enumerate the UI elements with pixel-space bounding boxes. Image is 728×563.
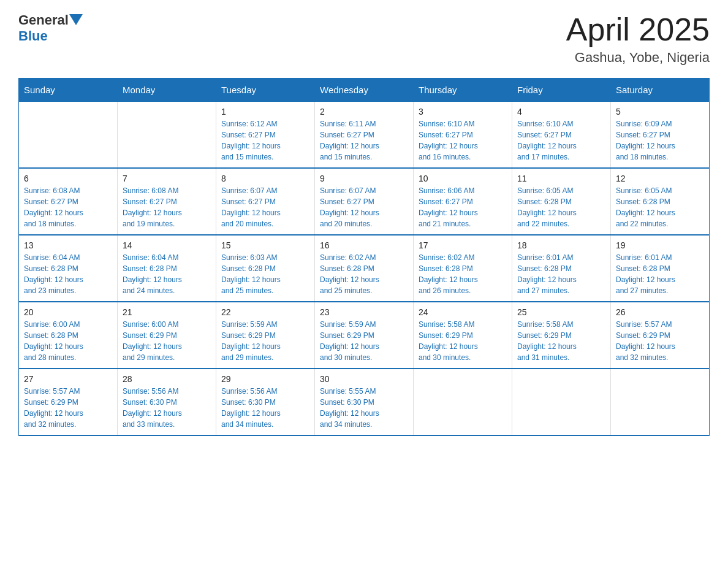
table-cell: 21Sunrise: 6:00 AM Sunset: 6:29 PM Dayli…: [118, 302, 216, 369]
page-header: General Blue April 2025 Gashua, Yobe, Ni…: [18, 12, 710, 66]
col-sunday: Sunday: [19, 79, 118, 102]
day-info: Sunrise: 6:02 AM Sunset: 6:28 PM Dayligh…: [320, 252, 408, 296]
col-friday: Friday: [512, 79, 611, 102]
day-number: 9: [320, 174, 408, 183]
day-number: 28: [123, 374, 211, 384]
table-cell: 13Sunrise: 6:04 AM Sunset: 6:28 PM Dayli…: [19, 235, 118, 302]
table-cell: 23Sunrise: 5:59 AM Sunset: 6:29 PM Dayli…: [315, 302, 414, 369]
day-info: Sunrise: 6:05 AM Sunset: 6:28 PM Dayligh…: [517, 185, 605, 229]
table-cell: 15Sunrise: 6:03 AM Sunset: 6:28 PM Dayli…: [216, 235, 315, 302]
day-info: Sunrise: 6:11 AM Sunset: 6:27 PM Dayligh…: [320, 118, 408, 163]
day-number: 8: [221, 174, 309, 183]
day-number: 24: [419, 307, 507, 317]
calendar-header-row: Sunday Monday Tuesday Wednesday Thursday…: [19, 79, 710, 102]
day-info: Sunrise: 6:00 AM Sunset: 6:28 PM Dayligh…: [24, 319, 112, 363]
col-monday: Monday: [118, 79, 216, 102]
day-number: 12: [616, 174, 704, 183]
table-cell: 10Sunrise: 6:06 AM Sunset: 6:27 PM Dayli…: [414, 168, 512, 235]
day-number: 11: [517, 174, 605, 183]
day-info: Sunrise: 6:10 AM Sunset: 6:27 PM Dayligh…: [419, 118, 507, 163]
col-saturday: Saturday: [611, 79, 710, 102]
day-info: Sunrise: 5:56 AM Sunset: 6:30 PM Dayligh…: [221, 386, 309, 430]
day-info: Sunrise: 6:12 AM Sunset: 6:27 PM Dayligh…: [221, 118, 309, 163]
table-cell: 14Sunrise: 6:04 AM Sunset: 6:28 PM Dayli…: [118, 235, 216, 302]
day-number: 10: [419, 174, 507, 183]
day-number: 19: [616, 240, 704, 250]
day-info: Sunrise: 5:59 AM Sunset: 6:29 PM Dayligh…: [320, 319, 408, 363]
day-number: 13: [24, 240, 112, 250]
day-number: 30: [320, 374, 408, 384]
table-cell: 25Sunrise: 5:58 AM Sunset: 6:29 PM Dayli…: [512, 302, 611, 369]
table-cell: 3Sunrise: 6:10 AM Sunset: 6:27 PM Daylig…: [414, 102, 512, 169]
day-info: Sunrise: 5:58 AM Sunset: 6:29 PM Dayligh…: [517, 319, 605, 363]
table-cell: 8Sunrise: 6:07 AM Sunset: 6:27 PM Daylig…: [216, 168, 315, 235]
day-number: 6: [24, 174, 112, 183]
day-info: Sunrise: 6:09 AM Sunset: 6:27 PM Dayligh…: [616, 118, 704, 163]
col-thursday: Thursday: [414, 79, 512, 102]
day-info: Sunrise: 5:59 AM Sunset: 6:29 PM Dayligh…: [221, 319, 309, 363]
day-info: Sunrise: 5:58 AM Sunset: 6:29 PM Dayligh…: [419, 319, 507, 363]
table-cell: 17Sunrise: 6:02 AM Sunset: 6:28 PM Dayli…: [414, 235, 512, 302]
day-info: Sunrise: 6:07 AM Sunset: 6:27 PM Dayligh…: [320, 185, 408, 229]
day-number: 2: [320, 107, 408, 117]
day-number: 7: [123, 174, 211, 183]
calendar-week-row: 13Sunrise: 6:04 AM Sunset: 6:28 PM Dayli…: [19, 235, 710, 302]
day-info: Sunrise: 6:01 AM Sunset: 6:28 PM Dayligh…: [616, 252, 704, 296]
day-number: 17: [419, 240, 507, 250]
day-info: Sunrise: 6:04 AM Sunset: 6:28 PM Dayligh…: [123, 252, 211, 296]
day-number: 4: [517, 107, 605, 117]
day-info: Sunrise: 5:55 AM Sunset: 6:30 PM Dayligh…: [320, 386, 408, 430]
logo-arrow-icon: [69, 14, 83, 25]
table-cell: 1Sunrise: 6:12 AM Sunset: 6:27 PM Daylig…: [216, 102, 315, 169]
day-info: Sunrise: 6:02 AM Sunset: 6:28 PM Dayligh…: [419, 252, 507, 296]
table-cell: 5Sunrise: 6:09 AM Sunset: 6:27 PM Daylig…: [611, 102, 710, 169]
day-info: Sunrise: 5:57 AM Sunset: 6:29 PM Dayligh…: [616, 319, 704, 363]
day-number: 5: [616, 107, 704, 117]
day-number: 16: [320, 240, 408, 250]
logo-blue-text: Blue: [18, 28, 48, 44]
day-info: Sunrise: 6:05 AM Sunset: 6:28 PM Dayligh…: [616, 185, 704, 229]
table-cell: 7Sunrise: 6:08 AM Sunset: 6:27 PM Daylig…: [118, 168, 216, 235]
logo-general-text: General: [18, 12, 69, 28]
day-info: Sunrise: 6:07 AM Sunset: 6:27 PM Dayligh…: [221, 185, 309, 229]
table-cell: 6Sunrise: 6:08 AM Sunset: 6:27 PM Daylig…: [19, 168, 118, 235]
calendar-week-row: 27Sunrise: 5:57 AM Sunset: 6:29 PM Dayli…: [19, 369, 710, 435]
day-number: 3: [419, 107, 507, 117]
day-info: Sunrise: 6:04 AM Sunset: 6:28 PM Dayligh…: [24, 252, 112, 296]
table-cell: [118, 102, 216, 169]
table-cell: 19Sunrise: 6:01 AM Sunset: 6:28 PM Dayli…: [611, 235, 710, 302]
day-number: 26: [616, 307, 704, 317]
calendar-week-row: 6Sunrise: 6:08 AM Sunset: 6:27 PM Daylig…: [19, 168, 710, 235]
location-subtitle: Gashua, Yobe, Nigeria: [566, 50, 710, 66]
table-cell: 24Sunrise: 5:58 AM Sunset: 6:29 PM Dayli…: [414, 302, 512, 369]
day-info: Sunrise: 6:08 AM Sunset: 6:27 PM Dayligh…: [123, 185, 211, 229]
col-tuesday: Tuesday: [216, 79, 315, 102]
table-cell: 9Sunrise: 6:07 AM Sunset: 6:27 PM Daylig…: [315, 168, 414, 235]
day-number: 18: [517, 240, 605, 250]
day-number: 1: [221, 107, 309, 117]
month-title: April 2025: [566, 12, 710, 47]
day-info: Sunrise: 6:00 AM Sunset: 6:29 PM Dayligh…: [123, 319, 211, 363]
day-number: 14: [123, 240, 211, 250]
calendar-week-row: 1Sunrise: 6:12 AM Sunset: 6:27 PM Daylig…: [19, 102, 710, 169]
table-cell: 20Sunrise: 6:00 AM Sunset: 6:28 PM Dayli…: [19, 302, 118, 369]
day-number: 25: [517, 307, 605, 317]
calendar-week-row: 20Sunrise: 6:00 AM Sunset: 6:28 PM Dayli…: [19, 302, 710, 369]
day-info: Sunrise: 6:03 AM Sunset: 6:28 PM Dayligh…: [221, 252, 309, 296]
table-cell: 4Sunrise: 6:10 AM Sunset: 6:27 PM Daylig…: [512, 102, 611, 169]
table-cell: 12Sunrise: 6:05 AM Sunset: 6:28 PM Dayli…: [611, 168, 710, 235]
day-info: Sunrise: 6:10 AM Sunset: 6:27 PM Dayligh…: [517, 118, 605, 163]
day-number: 23: [320, 307, 408, 317]
day-info: Sunrise: 5:57 AM Sunset: 6:29 PM Dayligh…: [24, 386, 112, 430]
table-cell: 26Sunrise: 5:57 AM Sunset: 6:29 PM Dayli…: [611, 302, 710, 369]
day-info: Sunrise: 5:56 AM Sunset: 6:30 PM Dayligh…: [123, 386, 211, 430]
day-info: Sunrise: 6:08 AM Sunset: 6:27 PM Dayligh…: [24, 185, 112, 229]
day-info: Sunrise: 6:01 AM Sunset: 6:28 PM Dayligh…: [517, 252, 605, 296]
calendar-table: Sunday Monday Tuesday Wednesday Thursday…: [18, 78, 710, 436]
table-cell: [414, 369, 512, 435]
table-cell: 30Sunrise: 5:55 AM Sunset: 6:30 PM Dayli…: [315, 369, 414, 435]
table-cell: 29Sunrise: 5:56 AM Sunset: 6:30 PM Dayli…: [216, 369, 315, 435]
table-cell: [512, 369, 611, 435]
col-wednesday: Wednesday: [315, 79, 414, 102]
day-number: 20: [24, 307, 112, 317]
